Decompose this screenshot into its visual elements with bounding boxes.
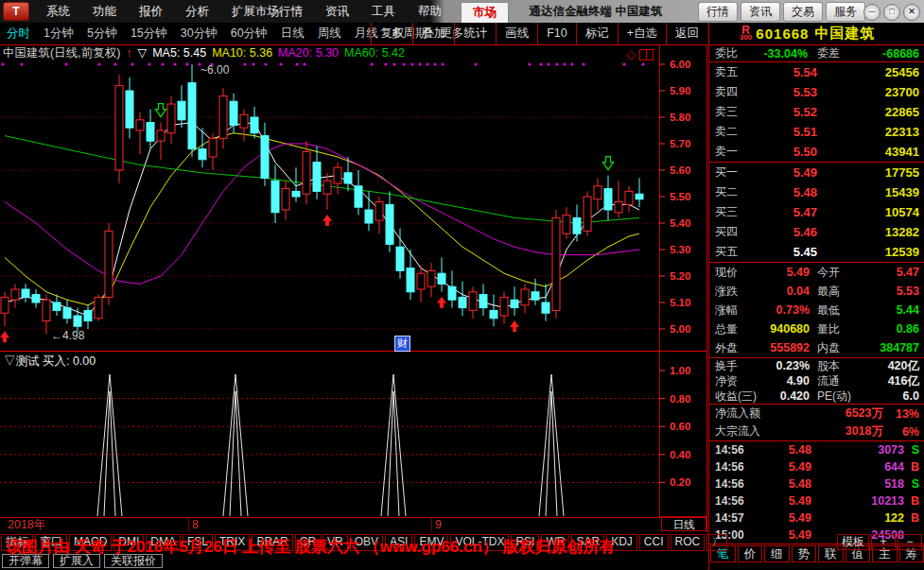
ask-row[interactable]: 卖三5.5222865 (709, 102, 924, 122)
menu-item-帮助[interactable]: 帮助 (407, 0, 453, 23)
action-button-画线[interactable]: 画线 (496, 23, 537, 44)
tick-price: 5.49 (757, 460, 811, 474)
action-button-F10[interactable]: F10 (537, 23, 576, 44)
ask-row[interactable]: 卖二5.5122313 (709, 122, 924, 142)
bid-volume: 12539 (817, 245, 919, 259)
svg-text:5.20: 5.20 (670, 270, 690, 282)
period-tab-60分钟[interactable]: 60分钟 (224, 26, 274, 42)
top-button-资讯[interactable]: 资讯 (741, 2, 780, 22)
stat-label: PE(动) (817, 389, 861, 405)
menu-item-资讯[interactable]: 资讯 (314, 0, 360, 23)
stat-label: 换手 (715, 358, 764, 374)
tick-row[interactable]: 14:565.48518S (709, 475, 924, 492)
stock-name: 中国建筑 (814, 25, 875, 43)
top-button-服务[interactable]: 服务 (826, 2, 865, 22)
tick-row[interactable]: 14:565.49644B (709, 458, 924, 475)
menu-item-扩展市场行情[interactable]: 扩展市场行情 (220, 0, 314, 23)
menu-item-报价[interactable]: 报价 (128, 0, 174, 23)
action-button-复权[interactable]: 复权 (371, 23, 412, 44)
quote-panel: R300 601668 中国建筑 委比 -33.04% 委差 -68686 卖五… (708, 23, 924, 570)
period-scale-label[interactable]: 日线 (661, 516, 706, 531)
period-tab-5分钟[interactable]: 5分钟 (80, 26, 124, 42)
ask-row[interactable]: 卖四5.5323700 (709, 82, 924, 102)
tick-row[interactable]: 14:565.4910213B (709, 492, 924, 510)
period-tab-周线[interactable]: 周线 (311, 26, 348, 42)
bid-row[interactable]: 买五5.4512539 (709, 242, 924, 262)
bid-price: 5.47 (751, 205, 817, 219)
action-button-标记[interactable]: 标记 (576, 23, 618, 44)
ask-volume: 23700 (817, 85, 919, 99)
info-label: 涨跌 (715, 284, 749, 300)
info-label: 量比 (817, 321, 861, 337)
tick-price: 5.49 (757, 494, 811, 508)
weibi-value: -33.04% (749, 47, 808, 60)
ma-label: MA60: 5.42 (344, 46, 405, 60)
indicator-strip-button-+[interactable]: + (871, 534, 896, 550)
period-tab-30分钟[interactable]: 30分钟 (174, 26, 224, 42)
menu-item-系统[interactable]: 系统 (35, 0, 81, 23)
weibi-row: 委比 -33.04% 委差 -68686 (709, 45, 924, 62)
split-window-icon[interactable] (639, 49, 654, 60)
bid-row[interactable]: 买三5.4710574 (709, 202, 924, 222)
flow-row: 大宗流入3018万6% (709, 423, 924, 440)
finance-info-badge[interactable]: 财 (394, 336, 410, 352)
ask-row[interactable]: 卖一5.5043941 (709, 142, 924, 162)
bid-row[interactable]: 买二5.4815439 (709, 182, 924, 202)
indicator-strip-button-模板[interactable]: 模板 (837, 534, 869, 550)
tick-row[interactable]: 14:575.49122B (709, 510, 924, 527)
period-tab-1分钟[interactable]: 1分钟 (37, 26, 80, 42)
bid-label: 买一 (715, 164, 751, 181)
svg-text:5.40: 5.40 (670, 217, 690, 229)
quote-info-row: 总量940680量比0.86 (709, 320, 924, 338)
indicator-tab-CCI[interactable]: CCI (639, 534, 669, 551)
period-tab-分时[interactable]: 分时 (0, 26, 37, 42)
action-button-返回[interactable]: 返回 (666, 23, 707, 44)
quote-info-row: 涨跌0.04最高5.53 (709, 282, 924, 301)
action-button-统计[interactable]: 统计 (454, 23, 496, 44)
top-button-交易[interactable]: 交易 (783, 2, 823, 22)
minimize-button[interactable]: ─ (863, 4, 880, 21)
tick-time: 14:57 (715, 511, 757, 525)
menu-item-分析[interactable]: 分析 (174, 0, 220, 23)
main-chart-canvas[interactable]: ~6.00←4.986.005.905.805.705.605.505.405.… (0, 45, 707, 532)
svg-text:6.00: 6.00 (670, 59, 690, 70)
indicator-tab-〉[interactable]: 〉 (706, 534, 727, 551)
svg-text:5.00: 5.00 (670, 323, 690, 335)
stat-row: 换手0.23%股本420亿 (709, 358, 924, 373)
buy-arrow-icon (437, 297, 446, 308)
period-tab-15分钟[interactable]: 15分钟 (124, 26, 174, 42)
tick-side: B (904, 460, 919, 474)
action-button-+自选[interactable]: +自选 (618, 23, 666, 44)
expand-mark-icon[interactable]: ▽ (138, 46, 148, 60)
menubar: T 系统功能报价分析扩展市场行情资讯工具帮助 市场 通达信金融终端 中国建筑 行… (0, 0, 924, 23)
tick-volume: 518 (811, 477, 904, 491)
quote-tab-价[interactable]: 价 (738, 545, 763, 562)
maximize-button[interactable]: □ (883, 4, 900, 21)
indicator-tab-ROC[interactable]: ROC (671, 534, 706, 551)
stat-row: 收益(三)0.420PE(动)6.0 (709, 389, 924, 404)
ask-row[interactable]: 卖五5.5425456 (709, 62, 924, 82)
buy-arrow-icon (0, 331, 9, 342)
diamond-icon[interactable]: ◇ (626, 47, 636, 61)
indicator-strip-button-−[interactable]: − (898, 534, 922, 550)
quote-tab-细[interactable]: 细 (764, 545, 790, 562)
stat-value: 0.23% (764, 359, 810, 372)
tick-row[interactable]: 14:565.483073S (709, 441, 924, 458)
close-button[interactable]: ✕ (903, 4, 920, 21)
action-button-叠加[interactable]: 叠加 (412, 23, 454, 44)
info-value: 0.04 (749, 285, 810, 298)
stat-label: 股本 (817, 358, 861, 374)
period-tab-日线[interactable]: 日线 (274, 26, 311, 42)
svg-text:9: 9 (435, 518, 442, 531)
quote-tab-势[interactable]: 势 (792, 545, 817, 562)
info-label: 最低 (817, 302, 861, 319)
bid-row[interactable]: 买四5.4613282 (709, 222, 924, 242)
menu-item-功能[interactable]: 功能 (81, 0, 128, 23)
menu-item-工具[interactable]: 工具 (360, 0, 407, 23)
bid-row[interactable]: 买一5.4917755 (709, 163, 924, 182)
ask-price: 5.50 (751, 145, 817, 159)
svg-text:~6.00: ~6.00 (200, 63, 230, 77)
tick-volume: 3073 (811, 443, 904, 457)
flow-value: 6523万 (789, 406, 883, 422)
top-button-行情[interactable]: 行情 (698, 2, 738, 22)
